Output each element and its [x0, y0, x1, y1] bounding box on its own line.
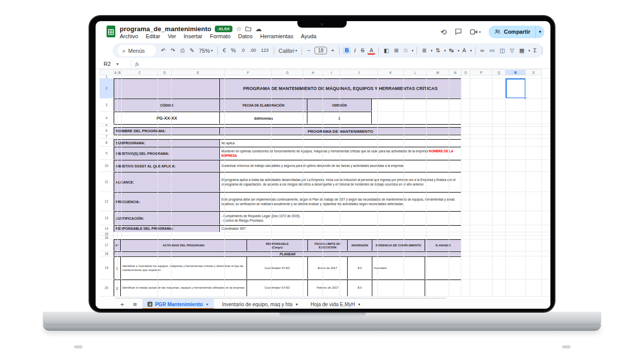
cell-empty[interactable] [372, 99, 461, 125]
paint-format-icon[interactable]: ✎ [188, 47, 196, 54]
menu-archivo[interactable]: Archivo [120, 33, 138, 40]
insert-link-icon[interactable]: ∞ [478, 47, 487, 54]
print-icon[interactable]: ⎙ [178, 47, 187, 54]
row1-avance[interactable] [425, 257, 461, 280]
tab-inventario-de-equipo-maq-y-hta[interactable]: Inventario de equipo, maq y hta▼ [216, 299, 304, 309]
percent-format-icon[interactable]: % [229, 47, 238, 54]
select-all-corner[interactable] [100, 69, 114, 75]
formula-input[interactable] [139, 59, 550, 68]
redo-icon[interactable]: ↷ [169, 47, 177, 54]
row-header-2[interactable]: 2 [100, 78, 114, 99]
column-header-Q[interactable]: Q [493, 69, 506, 75]
row-header-6[interactable]: 6 [100, 127, 114, 135]
undo-icon[interactable]: ↶ [159, 47, 168, 54]
row2-inversion[interactable]: $ 0 [348, 280, 372, 297]
cell-fecha-value[interactable]: dd/mm/aa [220, 112, 307, 125]
currency-format-icon[interactable]: € [221, 47, 228, 54]
column-header-L[interactable]: L [404, 69, 427, 75]
column-header-G[interactable]: G [272, 69, 303, 75]
meet-camera-icon[interactable]: ▾ [470, 29, 481, 35]
column-header-S[interactable]: S [526, 69, 542, 75]
cell-justificacion-value[interactable]: - Cumplimiento de Requisito Legal: (Dec … [220, 212, 461, 226]
version-history-icon[interactable]: ⟲ [440, 28, 447, 36]
row2-responsable[interactable]: Coordinador SYSO [247, 280, 308, 297]
font-size-input[interactable]: 18 [314, 47, 327, 54]
selected-cell-r2[interactable] [506, 78, 526, 99]
star-icon[interactable]: ☆ [236, 26, 242, 32]
merge-cells-icon[interactable]: ⧉ [401, 47, 410, 54]
name-box[interactable]: R2 ▼ [96, 61, 127, 67]
column-header-I[interactable]: I [323, 69, 340, 75]
column-header-P[interactable]: P [470, 69, 493, 75]
row-header-11[interactable]: 11 [100, 172, 114, 192]
text-rotation-icon-caret[interactable]: ▾ [470, 49, 472, 53]
share-button[interactable]: Compartir [489, 26, 535, 38]
italic-icon[interactable]: I [352, 47, 358, 54]
cell-sgsst-value[interactable]: Garantizar entornos de trabajo saludable… [220, 160, 461, 172]
row-header-18[interactable]: 18 [100, 251, 114, 256]
row-header-8[interactable]: 8 [100, 139, 114, 147]
horizontal-align-icon[interactable]: ≣ [420, 47, 429, 54]
bold-icon[interactable]: B [343, 47, 351, 54]
tab-menu-caret-icon[interactable]: ▼ [205, 303, 209, 306]
tab-hoja-de-vida-e-myh[interactable]: Hoja de vida E,MyH▼ [304, 299, 367, 309]
cell-fecha-label[interactable]: FECHA DE ELABORACIÓN [220, 99, 307, 112]
merge-cells-icon-caret[interactable]: ▾ [412, 49, 414, 53]
column-header-C[interactable]: C [122, 69, 158, 75]
menu-formato[interactable]: Formato [210, 33, 230, 40]
col-header-inversion[interactable]: INVERSIÓN [348, 240, 372, 252]
cell-objetivo-value[interactable]: Mantener en optimas condiciones de funci… [220, 147, 461, 160]
cell-sgsst-label[interactable]: OBJETIVO SGSST AL QUE APLICA: [114, 160, 220, 172]
cell-justificacion-label[interactable]: JUSTIFICACIÓN: [114, 212, 220, 226]
increase-font-size-icon[interactable]: + [329, 47, 336, 54]
menu-datos[interactable]: Datos [238, 33, 253, 40]
row1-actividad[interactable]: Identificar e inventariar los equipos, m… [121, 257, 247, 280]
text-wrap-icon[interactable]: ↹ [447, 47, 455, 54]
cell-objetivo-label[interactable]: OBJETIVO(S) DEL PROGRAMA: [114, 147, 220, 160]
vertical-align-icon[interactable]: ⇅ [434, 47, 442, 54]
insert-chart-icon[interactable]: ◫ [498, 47, 507, 54]
sheets-logo-icon[interactable] [106, 25, 116, 40]
move-folder-icon[interactable] [245, 26, 252, 32]
col-header-actividad[interactable]: ACTIVIDAD DEL PROGRAMA [121, 240, 247, 252]
row1-inversion[interactable]: $ 0 [348, 257, 372, 280]
create-filter-icon[interactable]: ▽ [508, 47, 516, 54]
menu-herramientas[interactable]: Herramientas [260, 33, 293, 40]
increase-decimal-icon[interactable]: .00 [248, 47, 258, 54]
share-dropdown[interactable]: ▼ [535, 26, 544, 38]
row-header-7[interactable]: 7 [100, 135, 114, 139]
functions-icon[interactable]: Σ [531, 47, 539, 54]
col-header-avance[interactable]: % AVANCE [425, 240, 461, 252]
cell-program-title[interactable]: PROGRAMA DE MANTENIMIENTO DE MÁQUINAS, E… [220, 79, 461, 99]
column-header-F[interactable]: F [225, 69, 272, 75]
row-header-12[interactable]: 12 [100, 192, 114, 211]
menu-ver[interactable]: Ver [168, 33, 176, 40]
more-formats-icon[interactable]: 123 [259, 47, 271, 54]
text-wrap-icon-caret[interactable]: ▾ [457, 49, 459, 53]
table-views-icon-caret[interactable]: ▾ [528, 49, 530, 53]
row1-responsable[interactable]: Coordinador SYSO [247, 257, 308, 280]
col-header-responsable[interactable]: RESPONSABLE(Cargo) [247, 240, 308, 252]
row-header-17[interactable]: 17 [100, 239, 114, 251]
strikethrough-icon[interactable]: S [359, 47, 366, 54]
row1-fecha[interactable]: Enero de 2017 [308, 257, 348, 280]
all-sheets-button[interactable]: ≡ [130, 301, 141, 308]
document-title[interactable]: programa_de_mantenimiento [120, 25, 211, 33]
text-rotation-icon[interactable]: A [460, 47, 468, 54]
font-select[interactable]: Calibri▾ [277, 48, 299, 54]
menus-search[interactable]: ⌕ Menús [118, 45, 156, 56]
cell-blank[interactable] [114, 79, 220, 99]
decrease-decimal-icon[interactable]: .0 [239, 47, 247, 54]
row2-avance[interactable] [425, 280, 461, 297]
cell-codigo-value[interactable]: PG-XX-XX [114, 112, 220, 125]
add-sheet-button[interactable]: + [117, 301, 128, 308]
row-header-14[interactable]: 14 [100, 225, 114, 232]
column-header-B[interactable]: B [118, 69, 122, 75]
row-header-19[interactable]: 19 [100, 256, 114, 280]
row-header-15[interactable]: 15 [100, 232, 114, 236]
row-header-4[interactable]: 4 [100, 112, 114, 124]
cell-frecuencia-value[interactable]: Este programa debe ser implementado cont… [220, 193, 461, 212]
cell-codigo-label[interactable]: CÓDIGO [114, 99, 220, 112]
column-header-K[interactable]: K [378, 69, 404, 75]
column-header-A[interactable]: A [114, 69, 118, 75]
